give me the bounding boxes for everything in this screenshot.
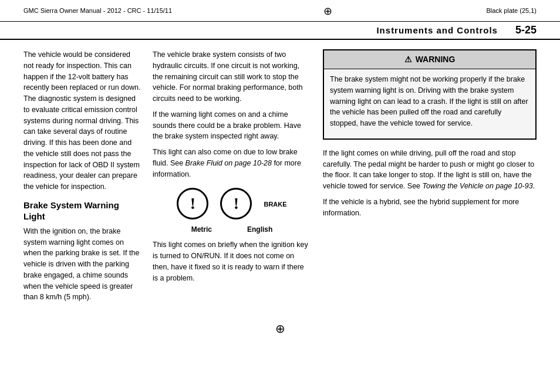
warning-box: ⚠ WARNING The brake system might not be … — [323, 49, 537, 140]
warning-body: The brake system might not be working pr… — [324, 69, 535, 138]
left-para-1: The vehicle would be considered not read… — [23, 49, 141, 192]
exclamation-circle-metric: ! — [177, 188, 208, 219]
mid-para-2: If the warning light comes on and a chim… — [153, 109, 311, 142]
right-para-2: If the vehicle is a hybrid, see the hybr… — [323, 197, 537, 219]
mid-para-1: The vehicle brake system consists of two… — [153, 49, 311, 104]
warning-triangle-icon: ⚠ — [404, 53, 412, 66]
brake-icon-english: ! — [220, 188, 252, 219]
right-column: ⚠ WARNING The brake system might not be … — [323, 49, 537, 307]
brake-icons-row: ! ! BRAKE — [177, 188, 286, 219]
header-center — [323, 5, 335, 16]
middle-column: The vehicle brake system consists of two… — [153, 49, 311, 307]
section-number: 5-25 — [515, 24, 537, 36]
page-header: GMC Sierra Owner Manual - 2012 - CRC - 1… — [0, 0, 560, 22]
left-para-brake-1: With the ignition on, the brake system w… — [23, 226, 141, 303]
header-right: Black plate (25,1) — [486, 7, 537, 14]
section-title: Instruments and Controls — [376, 25, 498, 35]
english-label: English — [247, 224, 272, 235]
footer-crosshair-icon: ⊕ — [275, 322, 285, 336]
brake-fluid-italic: Brake Fluid on page 10-28 — [185, 159, 272, 167]
exclamation-circle-english: ! — [220, 188, 252, 219]
mid-para-3: This light can also come on due to low b… — [153, 147, 311, 180]
warning-title: WARNING — [416, 53, 456, 66]
metric-english-labels: Metric English — [191, 224, 273, 235]
footer-crosshair: ⊕ — [0, 317, 560, 340]
header-left: GMC Sierra Owner Manual - 2012 - CRC - 1… — [23, 7, 172, 14]
brake-icons-area: ! ! BRAKE Metric English — [153, 188, 311, 235]
subsection-title-brake: Brake System Warning Light — [23, 200, 141, 222]
metric-label: Metric — [191, 224, 212, 235]
section-title-bar: Instruments and Controls 5-25 — [0, 22, 560, 40]
right-para-1: If the light comes on while driving, pul… — [323, 148, 537, 192]
towing-italic: Towing the Vehicle on page 10-93 — [423, 182, 533, 190]
main-content: The vehicle would be considered not read… — [0, 40, 560, 317]
mid-para-after-icon: This light comes on briefly when the ign… — [153, 239, 311, 283]
page-container: GMC Sierra Owner Manual - 2012 - CRC - 1… — [0, 0, 560, 392]
header-crosshair-icon — [323, 5, 335, 16]
left-column: The vehicle would be considered not read… — [23, 49, 141, 307]
warning-header: ⚠ WARNING — [324, 50, 535, 69]
brake-word-label: BRAKE — [264, 200, 286, 209]
warning-text: The brake system might not be working pr… — [330, 74, 529, 129]
brake-icon-metric: ! — [177, 188, 208, 219]
